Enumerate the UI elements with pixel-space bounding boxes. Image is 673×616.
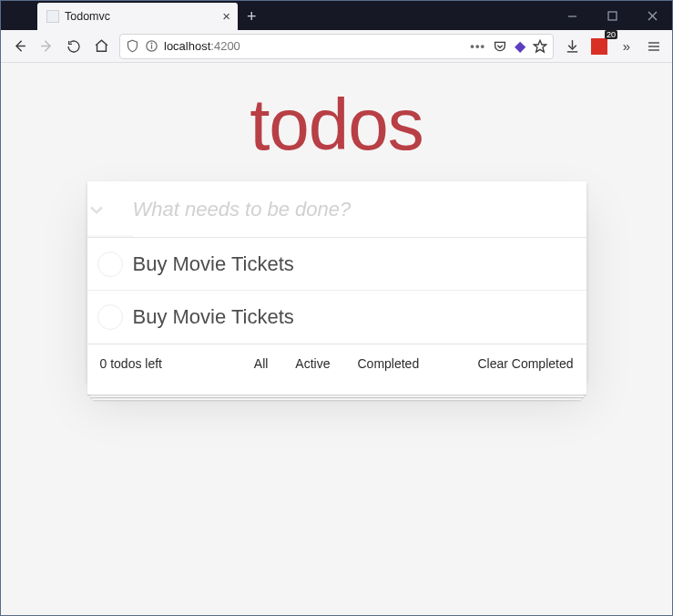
browser-toolbar: localhost:4200 ••• ◆ 20 » — [1, 30, 672, 63]
window-close-button[interactable] — [632, 1, 672, 30]
shield-icon — [126, 39, 139, 53]
filter-all[interactable]: All — [249, 354, 274, 373]
home-button[interactable] — [88, 34, 114, 59]
bookmark-star-icon[interactable] — [533, 39, 547, 54]
back-button[interactable] — [6, 34, 32, 59]
extension-button[interactable]: 20 — [586, 34, 612, 59]
url-port: :4200 — [210, 39, 240, 53]
todo-checkbox[interactable] — [87, 304, 133, 330]
toggle-all-icon[interactable] — [87, 200, 133, 219]
tab-title: Todomvc — [65, 10, 110, 23]
url-host: localhost — [164, 39, 210, 53]
overflow-button[interactable]: » — [614, 34, 639, 59]
new-tab-button[interactable]: + — [247, 7, 257, 26]
todo-app: todos Buy Movie Tickets Buy Movie Ticket… — [87, 88, 586, 382]
window-maximize-button[interactable] — [592, 1, 632, 30]
browser-tab[interactable]: Todomvc × — [37, 3, 238, 30]
downloads-button[interactable] — [559, 34, 585, 59]
circle-icon — [97, 252, 123, 277]
window-controls — [552, 1, 672, 30]
page-actions-icon[interactable]: ••• — [470, 39, 485, 53]
tab-favicon — [46, 10, 59, 23]
todo-checkbox[interactable] — [87, 252, 133, 277]
todo-label[interactable]: Buy Movie Tickets — [133, 305, 294, 329]
todo-label[interactable]: Buy Movie Tickets — [133, 252, 294, 276]
address-bar[interactable]: localhost:4200 ••• ◆ — [119, 34, 554, 59]
app-title: todos — [87, 88, 586, 161]
menu-button[interactable] — [641, 34, 667, 59]
new-todo-row — [87, 181, 586, 238]
address-bar-actions: ••• ◆ — [470, 37, 547, 55]
pocket-icon[interactable] — [493, 39, 507, 54]
extension-icon — [591, 38, 607, 55]
todo-item[interactable]: Buy Movie Tickets — [87, 291, 586, 344]
extension-badge: 20 — [605, 30, 617, 39]
tab-close-icon[interactable]: × — [222, 9, 230, 23]
svg-marker-9 — [534, 40, 546, 52]
window-titlebar: Todomvc × + — [1, 1, 672, 30]
todo-card: Buy Movie Tickets Buy Movie Tickets 0 to… — [87, 181, 586, 382]
filter-active[interactable]: Active — [290, 354, 335, 373]
filter-group: All Active Completed — [87, 354, 586, 373]
todo-item[interactable]: Buy Movie Tickets — [87, 238, 586, 291]
svg-rect-1 — [608, 12, 617, 20]
todo-list: Buy Movie Tickets Buy Movie Tickets — [87, 238, 586, 344]
window-minimize-button[interactable] — [552, 1, 592, 30]
new-todo-input[interactable] — [133, 181, 586, 237]
reload-button[interactable] — [61, 34, 87, 59]
page-viewport: todos Buy Movie Tickets Buy Movie Ticket… — [1, 63, 672, 615]
forward-button[interactable] — [34, 34, 59, 59]
filter-completed[interactable]: Completed — [352, 354, 424, 373]
todo-footer: 0 todos left All Active Completed Clear … — [87, 344, 586, 382]
container-icon[interactable]: ◆ — [515, 37, 525, 55]
circle-icon — [97, 304, 123, 330]
info-icon[interactable] — [145, 39, 158, 53]
svg-point-8 — [151, 43, 152, 44]
url-text: localhost:4200 — [164, 39, 240, 53]
